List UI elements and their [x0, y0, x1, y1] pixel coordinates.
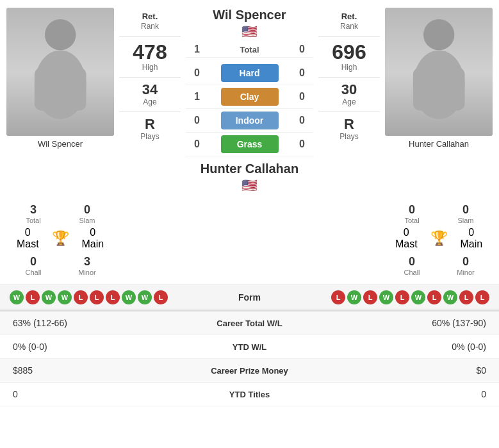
player1-plays-section: R Plays	[119, 113, 181, 145]
player2-mast-cell: 0 Mast	[385, 227, 428, 250]
svg-point-0	[45, 19, 76, 50]
player1-rank-label: Rank	[119, 22, 181, 31]
player1-chall-cell: 0 Chall	[6, 255, 60, 276]
career-wl-left: 63% (112-66)	[13, 318, 154, 328]
hard-p2: 0	[291, 67, 313, 79]
player1-name-center: Wil Spencer 🇺🇸	[186, 8, 313, 42]
player1-bottom-stats: 0 Chall 3 Minor	[6, 255, 114, 276]
trophy-icon-2: 🏆	[430, 230, 448, 247]
player2-slam-lbl: Slam	[439, 217, 493, 224]
player2-ret-section: Ret. Rank	[318, 8, 380, 35]
player2-name-below: Hunter Callahan	[385, 139, 493, 149]
player2-title: Hunter Callahan	[186, 162, 313, 176]
player1-high-label: High	[119, 63, 181, 72]
player1-ret-label: Ret.	[119, 12, 181, 21]
player2-plays-section: R Plays	[318, 113, 380, 145]
player-mini-stats: 3 Total 0 Slam 0 Mast 🏆 0 Main	[0, 201, 499, 281]
player2-age-value: 30	[318, 83, 380, 97]
player1-total-lbl: Total	[6, 217, 60, 224]
p1-total-val: 1	[186, 44, 208, 55]
surface-rows: 0 Hard 0 1 Clay 0 0 Indoor 0 0 Grass	[186, 62, 313, 156]
grass-p1: 0	[186, 138, 208, 150]
player1-main-cell: 0 Main	[72, 227, 115, 250]
form-badge: W	[138, 290, 152, 304]
clay-p1: 1	[186, 91, 208, 103]
player1-ret-section: Ret. Rank	[119, 8, 181, 35]
form-badge: L	[395, 290, 409, 304]
ytd-wl-label: YTD W/L	[154, 342, 345, 352]
player2-form: L W L W L W L W L L	[331, 290, 489, 304]
form-badge: L	[459, 290, 473, 304]
player1-age-section: 34 Age	[119, 79, 181, 110]
svg-rect-5	[413, 67, 465, 110]
player2-minor-val: 0	[439, 255, 493, 269]
form-badge: L	[106, 290, 120, 304]
player1-trophy-row: 0 Mast 🏆 0 Main	[6, 224, 114, 253]
form-badge: W	[411, 290, 425, 304]
player1-mast-cell: 0 Mast	[6, 227, 49, 250]
player2-rank-label: Rank	[318, 22, 380, 31]
player1-trophy-icon: 🏆	[49, 230, 72, 247]
p2-total-val: 0	[291, 44, 313, 55]
player1-main-val: 0	[90, 227, 95, 238]
form-badge: W	[58, 290, 72, 304]
player1-name-below: Wil Spencer	[6, 139, 114, 149]
player1-form: W L W W L L L W W L	[10, 290, 168, 304]
gap-right	[313, 201, 385, 276]
player-comparison: Wil Spencer Ret. Rank 478 High 34	[0, 0, 499, 201]
player1-plays-value: R	[119, 117, 181, 131]
player1-plays-label: Plays	[119, 132, 181, 141]
surface-row-indoor: 0 Indoor 0	[186, 109, 313, 133]
player2-main-val: 0	[468, 227, 474, 238]
player2-slam-cell: 0 Slam	[439, 203, 493, 224]
player2-total-lbl: Total	[385, 217, 439, 224]
career-wl-label: Career Total W/L	[154, 319, 345, 328]
ytd-titles-right: 0	[345, 389, 486, 399]
player1-mini-stats: 3 Total 0 Slam 0 Mast 🏆 0 Main	[6, 201, 114, 276]
player1-slam-val: 0	[60, 203, 114, 217]
player1-minor-cell: 3 Minor	[60, 255, 114, 276]
form-badge: L	[331, 290, 345, 304]
player2-plays-value: R	[318, 117, 380, 131]
player1-photo	[6, 8, 114, 136]
player2-age-label: Age	[318, 97, 380, 106]
form-badge: W	[42, 290, 56, 304]
player2-high-label: High	[318, 63, 380, 72]
gap-center	[186, 201, 313, 276]
form-badge: L	[475, 290, 489, 304]
hard-p1: 0	[186, 67, 208, 79]
grass-badge: Grass	[221, 135, 279, 153]
player1-slam-lbl: Slam	[60, 217, 114, 224]
ytd-wl-left: 0% (0-0)	[13, 342, 154, 352]
player2-chall-val: 0	[385, 255, 439, 269]
player2-flag: 🇺🇸	[186, 178, 313, 193]
prize-right: $0	[345, 365, 486, 376]
player1-slam-cell: 0 Slam	[60, 203, 114, 224]
form-badge: L	[427, 290, 441, 304]
player1-age-value: 34	[119, 83, 181, 97]
form-badge: W	[443, 290, 457, 304]
center-panel: Wil Spencer 🇺🇸 1 Total 0 0 Hard 0 1 Clay	[186, 8, 313, 195]
player1-high-section: 478 High	[119, 38, 181, 76]
player2-trophy-icon: 🏆	[428, 230, 450, 247]
player1-minor-val: 3	[60, 255, 114, 269]
player1-chall-val: 0	[6, 255, 60, 269]
player2-ret-label: Ret.	[318, 12, 380, 21]
surface-row-clay: 1 Clay 0	[186, 85, 313, 109]
player2-photo-block: Hunter Callahan	[385, 8, 493, 195]
ytd-titles-label: YTD Titles	[154, 390, 345, 399]
stats-row-career-wl: 63% (112-66) Career Total W/L 60% (137-9…	[0, 311, 499, 335]
player2-total-val: 0	[385, 203, 439, 217]
gap-left	[114, 201, 186, 276]
surface-row-grass: 0 Grass 0	[186, 133, 313, 156]
clay-badge: Clay	[221, 88, 279, 106]
player2-chall-cell: 0 Chall	[385, 255, 439, 276]
form-section: W L W W L L L W W L Form L W L W L W L W…	[0, 285, 499, 310]
ytd-wl-right: 0% (0-0)	[345, 342, 486, 352]
form-badge: L	[154, 290, 168, 304]
player2-high-value: 696	[318, 42, 380, 62]
player1-total-val: 3	[6, 203, 60, 217]
surface-row-hard: 0 Hard 0	[186, 62, 313, 85]
player2-stats-panel: Ret. Rank 696 High 30 Age R	[313, 8, 385, 195]
player2-bottom-stats: 0 Chall 0 Minor	[385, 255, 493, 276]
